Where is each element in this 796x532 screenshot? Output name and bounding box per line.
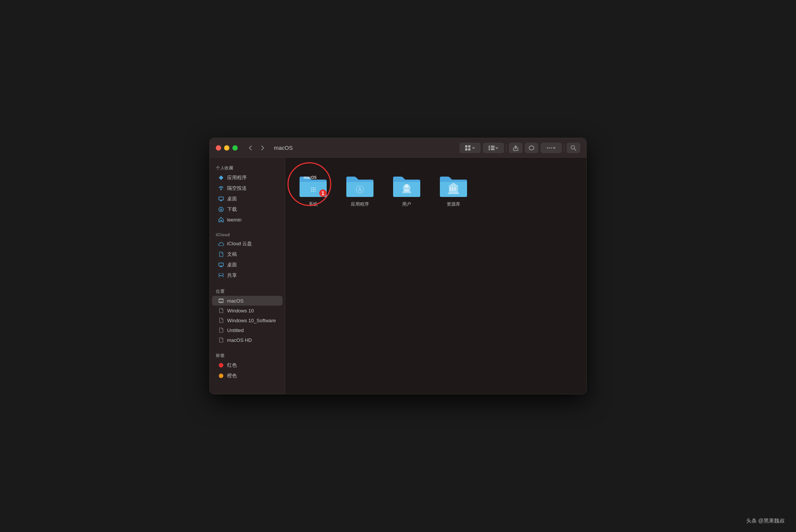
- file-item-users[interactable]: 用户: [388, 169, 426, 211]
- svg-marker-18: [219, 175, 223, 180]
- svg-rect-44: [448, 193, 459, 194]
- sidebar-item-icloud-drive[interactable]: iCloud 云盘: [212, 238, 283, 249]
- sidebar-item-untitled[interactable]: Untitled: [212, 325, 283, 335]
- toolbar-right: [459, 143, 580, 153]
- svg-text:macOS: macOS: [304, 175, 317, 180]
- sidebar-section-icloud: iCloud: [210, 229, 285, 238]
- sidebar-item-desktop[interactable]: 桌面: [212, 194, 283, 204]
- forward-button[interactable]: [257, 143, 268, 153]
- svg-rect-42: [454, 187, 456, 191]
- sidebar-section-tags: 标签: [210, 350, 285, 360]
- file-item-system[interactable]: ⊞ macOS 1 系统: [294, 169, 332, 211]
- svg-marker-12: [529, 146, 534, 150]
- svg-point-15: [551, 147, 552, 148]
- tag-orange-icon: [218, 373, 224, 379]
- svg-rect-20: [219, 197, 223, 200]
- sidebar-item-windows10[interactable]: Windows 10: [212, 306, 283, 315]
- sidebar: 个人收藏 应用程序 隔空投送: [210, 158, 285, 394]
- tag-button[interactable]: [525, 143, 538, 153]
- sidebar-item-apps[interactable]: 应用程序: [212, 172, 283, 183]
- svg-point-19: [220, 189, 222, 190]
- sidebar-item-icloud-desktop[interactable]: 桌面: [212, 260, 283, 270]
- file-label-system: 系统: [309, 201, 318, 208]
- svg-marker-25: [219, 217, 223, 222]
- shared-icon: [218, 272, 224, 278]
- window-title: macOS: [274, 145, 455, 151]
- traffic-lights: [216, 145, 238, 151]
- folder-apps: Ⓐ: [345, 172, 375, 198]
- svg-rect-6: [489, 149, 490, 150]
- airdrop-icon: [218, 185, 224, 191]
- sidebar-item-windows10-software[interactable]: Windows 10_Software: [212, 315, 283, 325]
- sidebar-item-tag-red[interactable]: 红色: [212, 360, 283, 371]
- maximize-button[interactable]: [232, 145, 238, 151]
- content-area: 个人收藏 应用程序 隔空投送: [210, 158, 586, 394]
- sidebar-item-macos[interactable]: macOS: [212, 296, 283, 306]
- minimize-button[interactable]: [224, 145, 229, 151]
- svg-rect-2: [465, 148, 467, 151]
- folder-users: [392, 172, 422, 198]
- sidebar-item-documents[interactable]: 文稿: [212, 249, 283, 260]
- nav-buttons: [245, 143, 268, 153]
- sidebar-item-leemin[interactable]: leemin: [212, 215, 283, 224]
- svg-rect-9: [491, 149, 495, 150]
- back-button[interactable]: [245, 143, 256, 153]
- macos-drive-icon: [218, 298, 224, 304]
- watermark: 头条 @黑果魏叔: [746, 518, 785, 524]
- folder-system: ⊞ macOS 1: [298, 172, 328, 198]
- svg-point-13: [547, 147, 548, 148]
- svg-point-14: [549, 147, 550, 148]
- sidebar-item-downloads[interactable]: 下载: [212, 204, 283, 215]
- svg-rect-29: [219, 273, 223, 275]
- svg-rect-4: [489, 146, 490, 147]
- disk-untitled-icon: [218, 327, 224, 333]
- file-area: ⊞ macOS 1 系统 Ⓐ: [285, 158, 586, 394]
- svg-rect-26: [219, 263, 223, 266]
- sidebar-item-airdrop[interactable]: 隔空投送: [212, 183, 283, 194]
- file-item-apps[interactable]: Ⓐ 应用程序: [341, 169, 379, 211]
- file-label-users: 用户: [402, 201, 411, 208]
- icloud-icon: [218, 241, 224, 247]
- file-item-library[interactable]: 资源库: [435, 169, 472, 211]
- sidebar-item-shared[interactable]: 共享: [212, 270, 283, 281]
- sidebar-item-tag-orange[interactable]: 橙色: [212, 371, 283, 381]
- disk-windows-sw-icon: [218, 317, 224, 323]
- downloads-icon: [218, 206, 224, 212]
- file-label-apps: 应用程序: [351, 201, 369, 208]
- finder-window: macOS: [209, 138, 587, 394]
- svg-rect-5: [489, 147, 490, 148]
- desktop-icon: [218, 196, 224, 202]
- svg-rect-7: [491, 146, 495, 147]
- svg-rect-0: [465, 145, 467, 148]
- disk-macos-hd-icon: [218, 337, 224, 343]
- sidebar-item-macos-hd[interactable]: macOS HD: [212, 335, 283, 345]
- toolbar-divider-2: [564, 144, 564, 152]
- icloud-desktop-icon: [218, 262, 224, 268]
- title-bar: macOS: [210, 138, 586, 158]
- svg-text:Ⓐ: Ⓐ: [356, 185, 364, 194]
- search-button[interactable]: [567, 143, 580, 153]
- toolbar-divider: [506, 144, 507, 152]
- svg-point-16: [571, 146, 575, 149]
- file-label-library: 资源库: [447, 201, 460, 208]
- tag-red-icon: [218, 362, 224, 368]
- sidebar-section-locations: 位置: [210, 286, 285, 296]
- system-badge: 1: [319, 189, 327, 197]
- svg-rect-8: [491, 147, 495, 148]
- svg-rect-3: [468, 148, 470, 151]
- svg-line-17: [574, 149, 576, 151]
- disk-windows-icon: [218, 308, 224, 314]
- svg-rect-40: [450, 187, 451, 191]
- view-toggle-button[interactable]: [459, 143, 481, 153]
- svg-rect-1: [468, 145, 470, 148]
- apps-icon: [218, 175, 224, 181]
- home-icon: [218, 217, 224, 223]
- close-button[interactable]: [216, 145, 221, 151]
- sidebar-section-favorites: 个人收藏: [210, 162, 285, 172]
- share-button[interactable]: [509, 143, 522, 153]
- svg-point-38: [405, 184, 409, 188]
- file-grid: ⊞ macOS 1 系统 Ⓐ: [294, 169, 577, 211]
- more-button[interactable]: [541, 143, 562, 153]
- svg-text:⊞: ⊞: [310, 186, 316, 193]
- group-by-button[interactable]: [483, 143, 504, 153]
